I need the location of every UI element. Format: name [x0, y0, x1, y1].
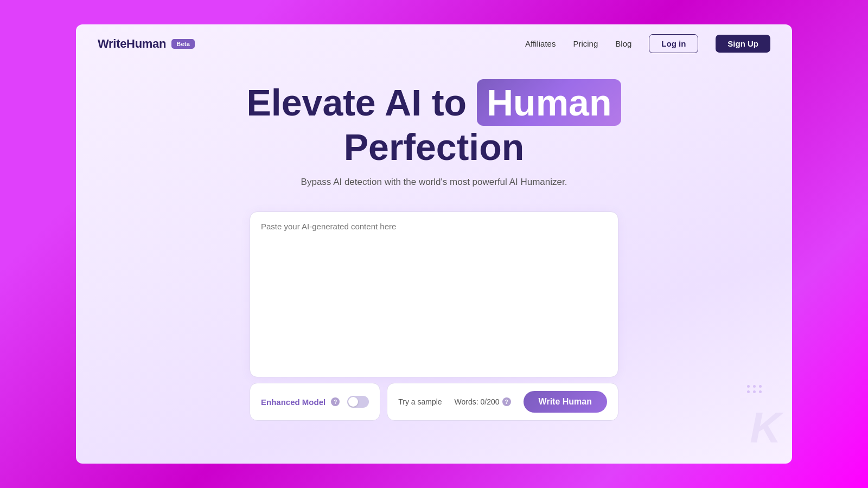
- nav-blog[interactable]: Blog: [615, 39, 631, 48]
- actions-box: Try a sample Words: 0/200 ? Write Human: [387, 383, 618, 421]
- logo-text: WriteHuman: [98, 37, 166, 51]
- dot-3: [759, 385, 762, 388]
- hero-section: Elevate AI to Human Perfection Bypass AI…: [76, 63, 792, 211]
- bottom-bar: Enhanced Model ? Try a sample Words: 0/2…: [250, 383, 618, 421]
- dot-5: [753, 390, 756, 393]
- logo: WriteHuman: [98, 37, 166, 51]
- editor-and-bar: Enhanced Model ? Try a sample Words: 0/2…: [250, 211, 618, 421]
- content-area: Enhanced Model ? Try a sample Words: 0/2…: [76, 211, 792, 464]
- hero-title-prefix: Elevate AI to: [247, 82, 467, 123]
- nav-links: Affiliates Pricing Blog Log in Sign Up: [525, 34, 770, 53]
- words-count-area: Words: 0/200 ?: [455, 397, 511, 406]
- editor-container: [250, 211, 618, 377]
- hero-subtitle: Bypass AI detection with the world's mos…: [301, 177, 567, 188]
- words-info-icon[interactable]: ?: [502, 397, 511, 406]
- hero-title: Elevate AI to Human Perfection: [247, 79, 622, 168]
- nav-affiliates[interactable]: Affiliates: [525, 39, 556, 48]
- hero-title-suffix: Perfection: [344, 126, 525, 168]
- dot-6: [759, 390, 762, 393]
- enhanced-model-box: Enhanced Model ?: [250, 383, 380, 421]
- signup-button[interactable]: Sign Up: [716, 35, 770, 53]
- content-input[interactable]: [250, 212, 618, 375]
- nav-pricing[interactable]: Pricing: [573, 39, 598, 48]
- words-count-label: Words: 0/200: [455, 397, 500, 406]
- logo-area: WriteHuman Beta: [98, 37, 195, 51]
- hero-title-highlight: Human: [477, 79, 621, 126]
- enhanced-model-label: Enhanced Model: [261, 397, 326, 407]
- enhanced-model-info-icon[interactable]: ?: [331, 397, 340, 406]
- dot-2: [753, 385, 756, 388]
- navbar: WriteHuman Beta Affiliates Pricing Blog …: [76, 24, 792, 63]
- dot-1: [747, 385, 750, 388]
- main-window: WriteHuman Beta Affiliates Pricing Blog …: [76, 24, 792, 464]
- enhanced-model-toggle[interactable]: [347, 396, 369, 408]
- beta-badge: Beta: [171, 39, 195, 49]
- write-human-button[interactable]: Write Human: [524, 391, 607, 413]
- dot-4: [747, 390, 750, 393]
- dots-decoration: [747, 385, 762, 393]
- login-button[interactable]: Log in: [649, 34, 698, 53]
- try-sample-link[interactable]: Try a sample: [398, 397, 442, 406]
